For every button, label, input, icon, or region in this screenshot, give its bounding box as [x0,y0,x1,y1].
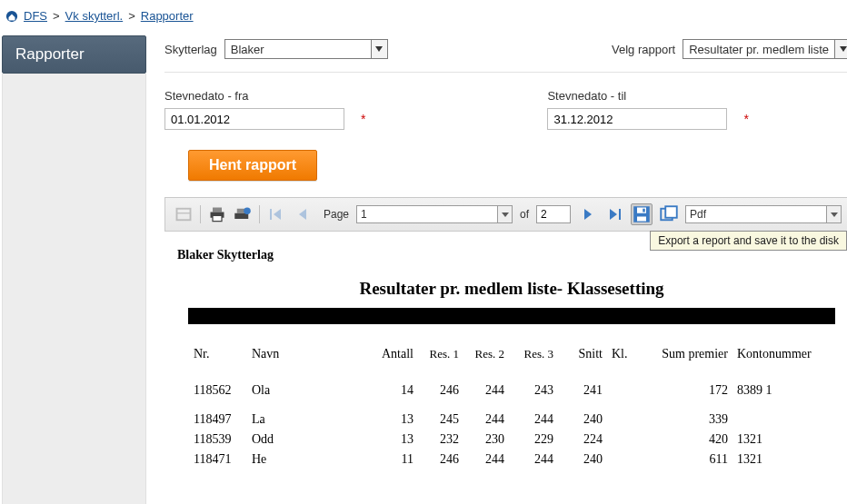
svg-marker-9 [584,209,592,220]
velg-rapport-select[interactable]: Resultater pr. medlem liste [683,39,847,59]
cell-r3: 229 [513,432,559,447]
cell-sum: 172 [652,383,733,398]
table-row: 118539 Odd 13 232 230 229 224 420 1321 [177,430,846,450]
report-title: Resultater pr. medlem liste- Klassesetti… [177,279,846,299]
svg-marker-8 [299,209,306,220]
report-body: Blaker Skytterlag Resultater pr. medlem … [164,232,847,469]
filter-row: Skytterlag Blaker Velg rapport Resultate… [164,35,847,73]
cell-nr: 118471 [194,452,248,467]
print-icon[interactable] [208,205,226,223]
page-count-field [536,205,571,223]
cell-antall: 14 [374,383,419,398]
skytterlag-label: Skytterlag [164,43,217,56]
svg-marker-7 [274,209,281,220]
first-page-icon[interactable] [267,205,285,223]
svg-rect-11 [619,209,621,220]
page-label: Page [320,208,349,221]
save-icon[interactable] [631,203,653,225]
cell-r3: 243 [513,383,559,398]
chevron-down-icon[interactable] [497,206,512,222]
export-format-select[interactable]: Pdf [685,205,842,223]
breadcrumb-item-vk[interactable]: Vk skytterl. [65,9,124,23]
table-row: 118471 He 11 246 244 244 240 611 1321 [177,450,846,469]
date-to-input[interactable] [547,108,727,130]
next-page-icon[interactable] [578,205,596,223]
breadcrumb-item-dfs[interactable]: DFS [24,9,47,23]
required-marker: * [743,112,748,126]
cell-sum: 611 [652,452,733,467]
cell-konto: 8389 1 [737,383,828,398]
cell-navn: Odd [252,432,370,447]
table-row: 118497 La 13 245 244 244 240 339 [177,410,846,430]
svg-marker-2 [840,46,847,52]
cell-r2: 244 [468,383,510,398]
svg-rect-3 [177,209,191,221]
cell-r3: 244 [513,452,559,467]
col-sum: Sum premier [652,347,733,361]
chevron-down-icon[interactable] [834,40,847,58]
of-label: of [520,208,529,221]
cell-konto: 1321 [737,432,828,447]
page-number-value: 1 [357,206,497,222]
cell-r1: 245 [423,412,464,427]
cell-snitt: 240 [563,452,608,467]
last-page-icon[interactable] [605,205,623,223]
cell-r1: 246 [423,452,464,467]
page-number-select[interactable]: 1 [356,205,513,223]
toolbar-divider [200,205,201,223]
toggle-parameters-icon[interactable] [174,205,193,223]
date-from-input[interactable] [164,108,344,130]
save-tooltip: Export a report and save it to the disk [650,231,847,251]
date-from-label: Stevnedato - fra [164,89,365,103]
breadcrumb-item-rapporter[interactable]: Rapporter [141,9,194,23]
velg-rapport-value: Resultater pr. medlem liste [683,40,834,58]
cell-navn: La [252,412,370,427]
sidebar: Rapporter [0,35,148,504]
col-res2: Res. 2 [468,347,510,361]
cell-kl [612,432,648,447]
cell-kl [612,383,648,398]
cell-antall: 13 [374,432,419,447]
prev-page-icon[interactable] [294,205,313,223]
sidebar-title: Rapporter [2,35,146,74]
cell-nr: 118539 [194,432,248,447]
cell-r1: 246 [423,383,464,398]
breadcrumb-sep: > [128,9,135,23]
report-table: Nr. Navn Antall Res. 1 Res. 2 Res. 3 Sni… [177,344,846,469]
svg-rect-6 [270,209,272,220]
skytterlag-value: Blaker [225,40,371,58]
chevron-down-icon[interactable] [371,40,387,58]
report-black-bar [188,308,835,324]
cell-konto [737,412,828,427]
col-antall: Antall [374,347,419,361]
date-to-label: Stevnedato - til [547,89,748,103]
cell-r3: 244 [513,412,559,427]
print-all-icon[interactable] [234,205,252,223]
cell-antall: 11 [374,452,419,467]
chevron-down-icon[interactable] [826,206,841,222]
svg-marker-10 [610,209,617,220]
cell-navn: He [252,452,370,467]
skytterlag-select[interactable]: Blaker [224,39,388,59]
svg-rect-14 [637,217,646,222]
open-window-icon[interactable] [660,205,678,223]
col-res1: Res. 1 [423,347,464,361]
cell-snitt: 240 [563,412,608,427]
table-header-row: Nr. Navn Antall Res. 1 Res. 2 Res. 3 Sni… [177,344,846,364]
cell-r2: 230 [468,432,510,447]
hent-rapport-button[interactable]: Hent rapport [188,150,317,181]
breadcrumb: DFS > Vk skytterl. > Rapporter [0,0,847,35]
col-kl: Kl. [612,347,648,361]
col-nr: Nr. [194,347,248,361]
col-snitt: Snitt [563,347,608,361]
cell-kl [612,412,648,427]
cell-sum: 339 [652,412,733,427]
cell-navn: Ola [252,383,370,398]
export-format-value: Pdf [686,206,826,222]
home-icon[interactable] [5,10,18,23]
cell-r2: 244 [468,452,510,467]
date-row: Stevnedato - fra * Stevnedato - til * [164,73,847,130]
velg-rapport-label: Velg rapport [612,43,675,56]
cell-sum: 420 [652,432,733,447]
sidebar-body [2,74,146,504]
